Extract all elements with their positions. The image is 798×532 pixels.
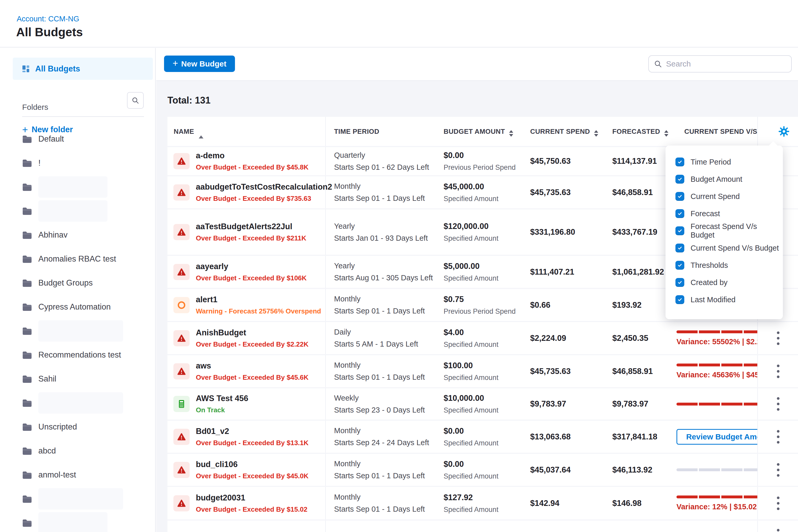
checkbox-checked-icon[interactable] bbox=[676, 209, 684, 218]
budget-status: Over Budget - Exceeded By $45.0K bbox=[196, 472, 308, 480]
table-row-partial[interactable] bbox=[167, 520, 798, 532]
column-header[interactable]: TIME PERIOD bbox=[326, 117, 442, 146]
folder-item[interactable]: Anomalies RBAC test bbox=[0, 247, 155, 271]
kebab-menu-icon bbox=[777, 495, 779, 511]
period-detail: Starts 5 AM - 1 Days Left bbox=[334, 340, 442, 348]
table-row[interactable]: aws Over Budget - Exceeded By $45.6K Mon… bbox=[167, 355, 798, 387]
table-row[interactable]: bud_cli106 Over Budget - Exceeded By $45… bbox=[167, 454, 798, 486]
checkbox-checked-icon[interactable] bbox=[676, 278, 684, 287]
folder-item[interactable]: Default bbox=[0, 127, 155, 151]
budget-amount-type: Specified Amount bbox=[443, 439, 530, 447]
forecasted-cell: $46,113.92 bbox=[612, 454, 677, 486]
row-menu-button[interactable] bbox=[757, 421, 798, 453]
row-menu-button[interactable] bbox=[757, 355, 798, 387]
table-header-row: NAME TIME PERIOD BUDGET AMOUNT CURRENT S… bbox=[167, 117, 798, 146]
loading-placeholder bbox=[38, 488, 123, 510]
folder-item[interactable]: Abhinav bbox=[0, 223, 155, 247]
variance-label: Variance: 45636% | $45.6K over bbox=[677, 370, 757, 379]
column-header[interactable]: FORECASTED bbox=[612, 117, 677, 146]
variance-label: Variance: 55502% | $2.22K over bbox=[677, 338, 757, 346]
column-toggle-item[interactable]: Forecast bbox=[666, 205, 783, 222]
kebab-menu-icon bbox=[777, 396, 779, 412]
forecasted-amount: $46,858.91 bbox=[612, 188, 653, 197]
folder-name: Abhinav bbox=[38, 230, 68, 240]
search-input[interactable] bbox=[666, 59, 776, 69]
table-row[interactable]: AnishBudget Over Budget - Exceeded By $2… bbox=[167, 322, 798, 354]
spend-vs-budget-bar bbox=[677, 468, 757, 471]
checkbox-checked-icon[interactable] bbox=[676, 244, 684, 252]
budget-name-cell: aabudgetToTestCostRecalculation2 Over Bu… bbox=[167, 176, 326, 208]
sidebar-item-all-budgets[interactable]: All Budgets bbox=[13, 58, 153, 80]
column-header[interactable]: NAME bbox=[167, 117, 326, 146]
table-row[interactable]: AWS Test 456 On Track Weekly Starts Sep … bbox=[167, 388, 798, 420]
folder-item[interactable]: anmol-test bbox=[0, 463, 155, 487]
spend-vs-budget-bar bbox=[677, 330, 757, 333]
period-type: Daily bbox=[334, 328, 442, 337]
checkbox-checked-icon[interactable] bbox=[676, 192, 684, 201]
checkbox-checked-icon[interactable] bbox=[676, 157, 684, 166]
row-menu-button[interactable] bbox=[757, 388, 798, 420]
sidebar-item-label: All Budgets bbox=[35, 64, 80, 74]
folder-name: ! bbox=[38, 158, 41, 168]
folder-item[interactable]: abcd bbox=[0, 439, 155, 463]
budget-amount-type: Specified Amount bbox=[443, 195, 530, 203]
new-budget-button[interactable]: + New Budget bbox=[164, 56, 235, 72]
folder-search-button[interactable] bbox=[127, 92, 144, 109]
account-breadcrumb[interactable]: Account: CCM-NG bbox=[17, 15, 79, 23]
alert-triangle-icon bbox=[177, 157, 186, 166]
column-toggle-item[interactable]: Time Period bbox=[666, 153, 783, 171]
budget-status: Over Budget - Exceeded By $45.8K bbox=[196, 163, 308, 171]
row-menu-button[interactable] bbox=[757, 454, 798, 486]
folder-icon bbox=[22, 183, 32, 191]
column-header-label: FORECASTED bbox=[612, 128, 660, 136]
budget-name-cell: AnishBudget Over Budget - Exceeded By $2… bbox=[167, 322, 326, 354]
folder-name: Anomalies RBAC test bbox=[38, 254, 116, 264]
column-toggle-item[interactable]: Thresholds bbox=[666, 256, 783, 274]
column-header[interactable]: CURRENT SPEND bbox=[530, 117, 612, 146]
column-toggle-item[interactable]: Created by bbox=[666, 274, 783, 291]
folder-item[interactable]: ! bbox=[0, 151, 155, 175]
column-toggle-item[interactable]: Current Spend bbox=[666, 188, 783, 205]
column-toggle-item[interactable]: Current Spend V/s Budget bbox=[666, 240, 783, 256]
row-menu-button[interactable] bbox=[757, 487, 798, 519]
budget-name: aabudgetToTestCostRecalculation2 bbox=[196, 182, 325, 192]
checkbox-checked-icon[interactable] bbox=[676, 175, 684, 184]
folder-icon bbox=[22, 447, 32, 455]
sort-icon bbox=[664, 130, 668, 137]
column-header-label: CURRENT SPEND V/S BUDGET bbox=[684, 128, 757, 136]
row-menu-button[interactable] bbox=[757, 322, 798, 354]
time-period-cell: Monthly Starts Sep 24 - 24 Days Left bbox=[326, 421, 442, 453]
period-type: Monthly bbox=[334, 426, 442, 435]
sidebar: All Budgets Folders + New folder Default bbox=[0, 48, 156, 532]
table-row[interactable]: budget20031 Over Budget - Exceeded By $1… bbox=[167, 487, 798, 519]
column-settings-button[interactable] bbox=[757, 117, 798, 146]
column-toggle-item[interactable]: Forecast Spend V/s Budget bbox=[666, 222, 783, 240]
column-header[interactable]: BUDGET AMOUNT bbox=[442, 117, 530, 146]
column-toggle-item[interactable]: Last Modified bbox=[666, 291, 783, 308]
forecasted-cell: $146.98 bbox=[612, 487, 677, 519]
budget-amount-cell: $127.92 Specified Amount bbox=[442, 487, 530, 519]
alert-triangle-icon bbox=[177, 188, 186, 197]
checkbox-checked-icon[interactable] bbox=[676, 226, 684, 235]
column-toggle-item[interactable]: Budget Amount bbox=[666, 171, 783, 188]
alert-triangle-icon bbox=[177, 367, 186, 376]
row-menu-button[interactable] bbox=[757, 520, 798, 532]
checkbox-checked-icon[interactable] bbox=[676, 261, 684, 270]
column-header[interactable]: CURRENT SPEND V/S BUDGET bbox=[677, 117, 757, 146]
folder-item[interactable]: Sahil bbox=[0, 367, 155, 391]
current-spend: $9,783.97 bbox=[530, 399, 566, 408]
checkbox-checked-icon[interactable] bbox=[676, 295, 684, 304]
review-budget-amount-button[interactable]: Review Budget Amount bbox=[677, 429, 757, 445]
table-row[interactable]: Bd01_v2 Over Budget - Exceeded By $13.1K… bbox=[167, 421, 798, 453]
folder-item[interactable]: Cypress Automation bbox=[0, 295, 155, 319]
period-type: Monthly bbox=[334, 493, 442, 501]
folder-name: Budget Groups bbox=[38, 278, 93, 288]
folder-item[interactable]: Recommendations test bbox=[0, 343, 155, 367]
forecasted-amount: $114,137.91 bbox=[612, 156, 657, 166]
search-box[interactable] bbox=[648, 55, 792, 73]
folder-item[interactable]: Budget Groups bbox=[0, 271, 155, 295]
folder-item[interactable]: Unscripted bbox=[0, 415, 155, 439]
loading-placeholder bbox=[38, 512, 108, 532]
budgets-page: Account: CCM-NG All Budgets All Budgets … bbox=[0, 0, 798, 532]
period-type: Monthly bbox=[334, 459, 442, 468]
